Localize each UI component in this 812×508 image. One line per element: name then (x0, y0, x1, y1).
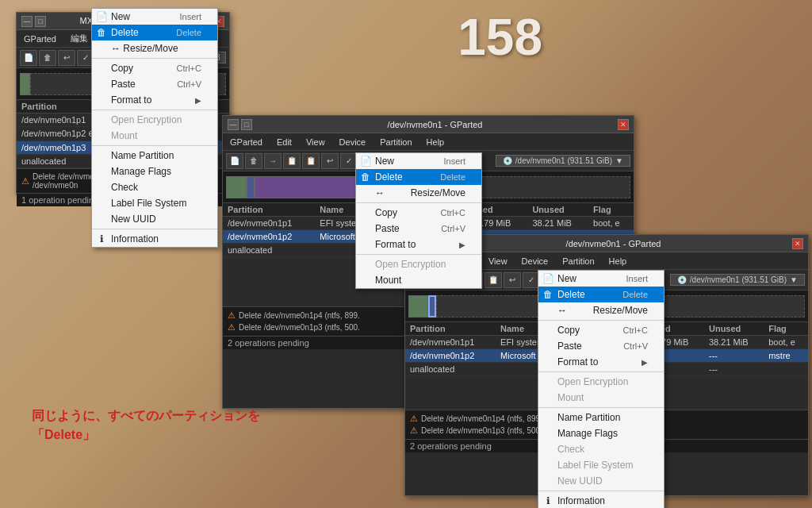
menu-gparted-2[interactable]: GParted (226, 137, 266, 148)
ctx2-open-enc[interactable]: Open Encryption (356, 256, 481, 272)
ctx2-copy[interactable]: Copy Ctrl+C (356, 205, 481, 221)
ctx1-check[interactable]: Check (92, 179, 217, 195)
ctx3-format-arrow: ▶ (642, 358, 648, 367)
ctx1-new-uuid[interactable]: New UUID (92, 211, 217, 227)
ctx3-delete-label: Delete (557, 289, 585, 300)
win-btn-minimize-1[interactable]: — (21, 16, 33, 27)
ctx1-open-enc-label: Open Encryption (111, 114, 182, 125)
ctx1-copy[interactable]: Copy Ctrl+C (92, 60, 217, 76)
ctx1-new-shortcut: Insert (179, 12, 201, 21)
device-sel-3[interactable]: 💿 /dev/nvme0n1 (931.51 GiB) ▼ (670, 274, 805, 286)
ctx2-paste-label: Paste (375, 223, 400, 234)
ctx3-new[interactable]: 📄 New Insert (538, 271, 664, 287)
tb-paste-3[interactable]: 📋 (485, 272, 502, 288)
tb-new-2[interactable]: 📄 (226, 153, 243, 169)
ctx3-copy[interactable]: Copy Ctrl+C (538, 322, 664, 338)
ctx3-information[interactable]: ℹ Information (538, 493, 664, 508)
menu-view-3[interactable]: View (485, 256, 511, 267)
win-btn-maximize-2[interactable]: □ (241, 119, 252, 130)
ctx2-new[interactable]: 📄 New Insert (356, 153, 481, 169)
r3-unalloc-unused: --- (704, 363, 764, 376)
ctx2-delete[interactable]: 🗑 Delete Delete (356, 169, 481, 185)
ctx3-delete[interactable]: 🗑 Delete Delete (538, 287, 664, 302)
ctx3-manage-flags[interactable]: Manage Flags (538, 425, 664, 441)
hdd-icon-2: 💿 (503, 156, 512, 165)
ctx1-sep4 (92, 229, 217, 229)
ctx3-mount[interactable]: Mount (538, 390, 664, 406)
win-btn-minimize-2[interactable]: — (228, 119, 239, 130)
ctx3-name-partition[interactable]: Name Partition (538, 410, 664, 425)
ctx3-label-fs-label: Label File System (557, 460, 633, 471)
ctx3-label-fs[interactable]: Label File System (538, 457, 664, 473)
ctx1-name-partition[interactable]: Name Partition (92, 148, 217, 164)
ctx1-format-label: Format to (111, 94, 151, 106)
col-h-flag-3: Flag (764, 322, 808, 336)
hdd-icon-3: 💿 (677, 275, 687, 284)
tb-undo-2[interactable]: ↩ (321, 153, 339, 169)
ctx1-new-uuid-label: New UUID (111, 214, 156, 225)
tb-undo-3[interactable]: ↩ (504, 272, 521, 288)
ctx1-label-fs[interactable]: Label File System (92, 195, 217, 211)
ctx3-open-enc[interactable]: Open Encryption (538, 374, 664, 390)
ctx1-mount[interactable]: Mount (92, 128, 217, 144)
tb-copy-2[interactable]: 📋 (283, 153, 301, 169)
menu-partition-3[interactable]: Partition (558, 256, 598, 267)
pbar-efi-2 (226, 176, 247, 198)
win-btn-maximize-1[interactable]: □ (35, 16, 46, 27)
ctx1-new[interactable]: 📄 New Insert (92, 9, 217, 25)
toolbar-delete-1[interactable]: 🗑 (39, 50, 56, 66)
ctx1-open-enc[interactable]: Open Encryption (92, 112, 217, 128)
ctx2-resize-label: Resize/Move (411, 187, 465, 198)
ctx3-resize[interactable]: ↔ Resize/Move (538, 302, 664, 318)
ctx3-new-uuid[interactable]: New UUID (538, 473, 664, 489)
menu-device-3[interactable]: Device (518, 256, 553, 267)
ctx1-resize[interactable]: ↔ Resize/Move (92, 40, 217, 56)
ctx1-format[interactable]: Format to ▶ (92, 92, 217, 108)
ctx2-delete-label: Delete (375, 171, 403, 183)
win-btn-close-3[interactable]: ✕ (792, 238, 803, 249)
ctx1-sep1 (92, 58, 217, 59)
ctx3-format-label: Format to (557, 356, 598, 368)
ctx3-format[interactable]: Format to ▶ (538, 354, 664, 370)
tb-arrow-2[interactable]: → (264, 153, 282, 169)
menu-device-2[interactable]: Device (335, 137, 370, 148)
ctx2-paste[interactable]: Paste Ctrl+V (356, 221, 481, 237)
ctx3-sep2 (538, 371, 664, 372)
ctx2-mount[interactable]: Mount (356, 272, 481, 288)
col-h-unused-2: Unused (527, 203, 588, 217)
menu-help-3[interactable]: Help (605, 256, 631, 267)
ctx3-paste[interactable]: Paste Ctrl+V (538, 338, 664, 354)
menu-edit-2[interactable]: Edit (273, 137, 296, 148)
win-title-3: /dev/nvme0n1 - GParted (435, 239, 792, 248)
menu-gparted-1[interactable]: GParted (20, 33, 60, 44)
col-h-flag-2: Flag (588, 203, 634, 217)
ctx1-copy-shortcut: Ctrl+C (177, 64, 201, 73)
pbar-efi-3 (408, 295, 428, 318)
ctx2-resize[interactable]: ↔ Resize/Move (356, 185, 481, 201)
ctx1-delete[interactable]: 🗑 Delete Delete (92, 25, 217, 40)
win-btn-close-2[interactable]: ✕ (618, 119, 629, 130)
ctx1-paste[interactable]: Paste Ctrl+V (92, 76, 217, 92)
menu-edit-1[interactable]: 編集 (67, 32, 92, 45)
ctx3-resize-arrow: ↔ (557, 305, 567, 316)
ctx3-mount-label: Mount (557, 392, 584, 403)
ctx3-check[interactable]: Check (538, 441, 664, 457)
device-sel-2[interactable]: 💿 /dev/nvme0n1 (931.51 GiB) ▼ (496, 155, 630, 167)
toolbar-new-1[interactable]: 📄 (20, 50, 37, 66)
ctx1-information-label: Information (111, 233, 159, 244)
tb-del-2[interactable]: 🗑 (245, 153, 262, 169)
menu-help-2[interactable]: Help (423, 137, 449, 148)
tb-paste-2[interactable]: 📋 (302, 153, 320, 169)
chevron-2: ▼ (615, 156, 623, 165)
menu-view-2[interactable]: View (302, 137, 329, 148)
ctx1-manage-flags[interactable]: Manage Flags (92, 164, 217, 179)
menu-partition-2[interactable]: Partition (376, 137, 416, 148)
pending-icon-3-0: ⚠ (410, 414, 418, 424)
ctx2-format[interactable]: Format to ▶ (356, 237, 481, 252)
info-icon-3: ℹ (542, 495, 554, 506)
context-menu-1: 📄 New Insert 🗑 Delete Delete ↔ Resize/Mo… (91, 8, 218, 248)
ctx1-information[interactable]: ℹ Information (92, 231, 217, 247)
ctx3-new-label: New (557, 273, 576, 284)
toolbar-undo-1[interactable]: ↩ (58, 50, 75, 66)
ctx3-sep3 (538, 407, 664, 408)
